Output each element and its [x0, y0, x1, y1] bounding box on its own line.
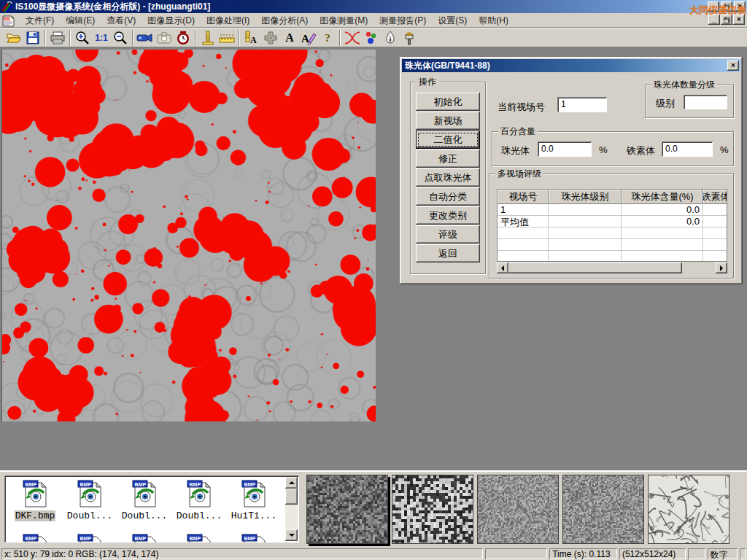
toolbar-separator: [339, 30, 341, 46]
file-item[interactable]: BMP: [117, 532, 172, 542]
scroll-right-button[interactable]: [716, 262, 727, 273]
file-browser-vscrollbar[interactable]: [285, 477, 298, 541]
table-row[interactable]: 平均值 0.0: [498, 216, 727, 228]
scrollbar-thumb[interactable]: [508, 262, 682, 273]
table-row[interactable]: [498, 228, 727, 239]
picker-pen-icon[interactable]: [381, 29, 400, 47]
annotate-icon[interactable]: A: [299, 29, 318, 47]
menu-image-display[interactable]: 图像显示(D): [142, 13, 201, 28]
measure-text-icon[interactable]: A: [242, 29, 261, 47]
open-icon[interactable]: [4, 29, 23, 47]
grade-button[interactable]: 评级: [416, 225, 480, 244]
ferrite-percent-input[interactable]: 0.0: [662, 141, 713, 157]
file-name[interactable]: DKF.bmp: [15, 510, 56, 521]
menu-help[interactable]: 帮助(H): [473, 13, 514, 28]
caliper-icon[interactable]: [198, 29, 217, 47]
mdi-restore-button[interactable]: [721, 15, 732, 25]
table-row[interactable]: [498, 239, 727, 251]
minimize-button[interactable]: _: [708, 1, 719, 12]
mdi-minimize-button[interactable]: _: [708, 15, 720, 25]
classify-balls-icon[interactable]: [362, 29, 381, 47]
file-name[interactable]: HuiTi...: [231, 510, 277, 521]
thumbnail-image-3[interactable]: [477, 475, 559, 544]
text-tool-icon[interactable]: A: [280, 29, 299, 47]
table-row[interactable]: 1 0.0: [498, 204, 727, 216]
video-camera-icon[interactable]: [136, 29, 155, 47]
zoom-in-icon[interactable]: [73, 29, 92, 47]
multi-field-table[interactable]: 视场号 珠光体级别 珠光体含量(%) 铁素体含量(%) 1 0.0 平均值 0.…: [497, 189, 727, 262]
curve-tool-icon[interactable]: [343, 29, 362, 47]
file-item[interactable]: BMP DKF.bmp: [7, 478, 63, 521]
file-item[interactable]: BMP Doubl...: [62, 478, 117, 521]
init-button[interactable]: 初始化: [416, 93, 480, 111]
table-hscrollbar[interactable]: [497, 262, 727, 273]
menu-image-analysis[interactable]: 图像分析(A): [255, 13, 314, 28]
close-button[interactable]: ×: [734, 1, 746, 12]
col-pearlite-grade[interactable]: 珠光体级别: [549, 190, 622, 204]
file-item[interactable]: BMP: [62, 532, 117, 542]
menu-view[interactable]: 查看(V): [101, 13, 142, 28]
change-class-button[interactable]: 更改类别: [416, 206, 480, 225]
file-item[interactable]: BMP: [171, 532, 227, 542]
cell: [703, 204, 727, 216]
ruler-icon[interactable]: [217, 29, 236, 47]
restore-button[interactable]: [721, 1, 732, 12]
col-ferrite-content[interactable]: 铁素体含量(%): [703, 190, 727, 204]
dialog-titlebar[interactable]: 珠光体(GB/T9441-88) ×: [402, 59, 740, 72]
scroll-down-button[interactable]: [285, 529, 298, 541]
file-item[interactable]: BMP: [226, 532, 282, 542]
thumbnail-image-5[interactable]: [648, 475, 729, 544]
auto-classify-button[interactable]: 自动分类: [416, 187, 480, 206]
cell: [549, 204, 622, 216]
file-item[interactable]: BMP: [7, 532, 63, 542]
grid-icon[interactable]: [261, 29, 280, 47]
camera-icon[interactable]: [155, 29, 174, 47]
scroll-left-button[interactable]: [497, 262, 508, 273]
scroll-up-button[interactable]: [285, 477, 298, 489]
scrollbar-thumb[interactable]: [285, 489, 298, 505]
multi-field-group: 多视场评级 视场号 珠光体级别 珠光体含量(%) 铁素体含量(%) 1 0.0 …: [489, 174, 734, 279]
file-name[interactable]: Doubl...: [121, 510, 168, 521]
menu-image-measure[interactable]: 图像测量(M): [314, 13, 374, 28]
binarize-button[interactable]: 二值化: [416, 131, 480, 149]
save-icon[interactable]: [23, 29, 42, 47]
actual-size-icon[interactable]: 1:1: [92, 29, 111, 47]
file-item[interactable]: BMP Doubl...: [117, 478, 172, 521]
grade-input[interactable]: [684, 95, 727, 109]
pearlite-percent-input[interactable]: 0.0: [538, 141, 592, 157]
brush-icon[interactable]: [400, 29, 419, 47]
menu-image-process[interactable]: 图像处理(I): [201, 13, 255, 28]
menu-report[interactable]: 测量报告(P): [374, 13, 432, 28]
file-name[interactable]: Doubl...: [176, 510, 222, 521]
file-item[interactable]: BMP Doubl...: [171, 478, 227, 521]
correct-button[interactable]: 修正: [416, 149, 480, 168]
pearlite-dialog: 珠光体(GB/T9441-88) × 操作 初始化 新视场 二值化 修正 点取珠…: [400, 57, 743, 284]
menu-edit[interactable]: 编辑(E): [60, 13, 101, 28]
help-icon[interactable]: ?: [318, 29, 337, 47]
dialog-close-button[interactable]: ×: [727, 61, 739, 71]
cell: [622, 239, 703, 251]
mdi-close-button[interactable]: ×: [733, 15, 745, 25]
thumbnail-image-1[interactable]: [306, 475, 388, 544]
current-field-input[interactable]: 1: [557, 97, 607, 112]
file-name[interactable]: Doubl...: [66, 510, 113, 521]
return-button[interactable]: 返回: [416, 244, 480, 262]
menu-file[interactable]: 文件(F): [20, 13, 60, 28]
zoom-out-icon[interactable]: [111, 29, 130, 47]
menu-settings[interactable]: 设置(S): [432, 13, 473, 28]
timer-icon[interactable]: [174, 29, 193, 47]
thumbnail-image-4[interactable]: [562, 475, 644, 544]
pick-pearlite-button[interactable]: 点取珠光体: [416, 168, 480, 187]
file-browser[interactable]: BMP DKF.bmp BMP Doubl... BMP Doubl... BM…: [4, 475, 299, 542]
micrograph-image[interactable]: [1, 50, 376, 421]
print-icon[interactable]: [48, 29, 67, 47]
cell: [498, 251, 549, 262]
table-row[interactable]: [498, 251, 727, 262]
file-item[interactable]: BMP HuiTi...: [226, 478, 282, 521]
col-field-no[interactable]: 视场号: [498, 190, 549, 204]
col-pearlite-content[interactable]: 珠光体含量(%): [622, 190, 703, 204]
thumbnail-image-2[interactable]: [392, 475, 473, 544]
new-field-button[interactable]: 新视场: [416, 112, 480, 130]
bmp-file-icon: BMP: [23, 478, 47, 508]
svg-text:BMP: BMP: [80, 536, 92, 541]
